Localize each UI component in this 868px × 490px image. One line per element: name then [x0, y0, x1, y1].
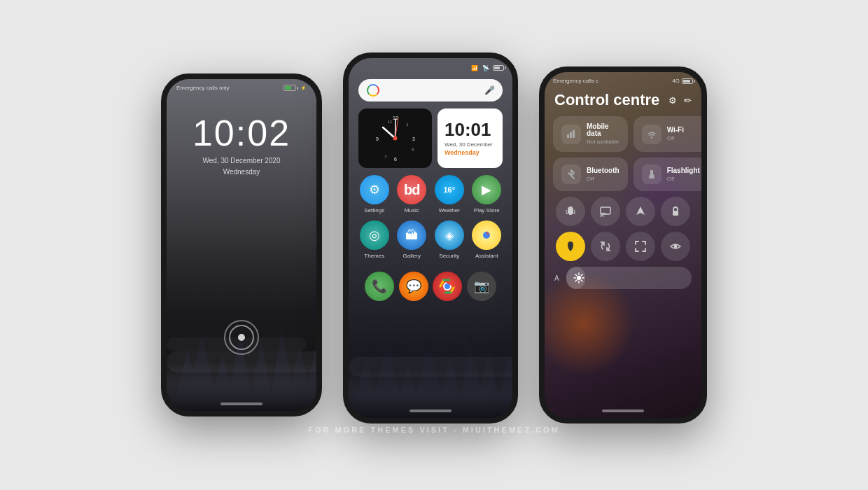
status-bar-control: Emergency calls c 4G — [545, 72, 701, 87]
gallery-icon: 🏔 — [397, 220, 426, 250]
fingerprint-area[interactable] — [224, 320, 259, 355]
svg-line-48 — [575, 274, 577, 276]
svg-point-41 — [569, 244, 572, 246]
dock-camera[interactable]: 📷 — [467, 272, 496, 301]
svg-text:5: 5 — [412, 148, 414, 152]
location-tile[interactable] — [556, 232, 585, 261]
music-icon: bd — [397, 175, 426, 204]
app-assistant[interactable]: Assistant — [471, 220, 503, 259]
weather-icon: 16° — [435, 175, 464, 204]
wifi-tile[interactable]: Wi-Fi Off — [634, 116, 701, 152]
wifi-sub: Off — [667, 135, 700, 141]
digital-date: Wed, 30 December — [444, 141, 493, 148]
svg-point-33 — [483, 232, 490, 239]
svg-point-32 — [393, 136, 398, 141]
svg-text:6: 6 — [394, 157, 397, 162]
svg-text:9: 9 — [376, 136, 379, 141]
brightness-a-small: A — [554, 274, 559, 282]
cast-tile[interactable] — [591, 197, 620, 226]
app-security[interactable]: ◈ Security — [433, 220, 465, 259]
app-grid-2: ◎ Themes 🏔 Gallery ◈ Security Assistant — [349, 220, 512, 259]
app-music[interactable]: bd Music — [396, 175, 428, 214]
svg-rect-20 — [349, 357, 512, 377]
wifi-tile-icon — [642, 125, 662, 144]
home-indicator-2 — [410, 410, 451, 412]
status-icons: ⚡ — [284, 85, 307, 91]
bluetooth-tile[interactable]: Bluetooth Off — [553, 158, 628, 191]
digital-clock-widget: 10:01 Wed, 30 December Wednesday — [438, 108, 503, 168]
themes-icon: ◎ — [360, 220, 389, 250]
controlcentre-phone: Emergency calls c 4G Control centre ⚙ ✏ — [539, 66, 707, 424]
digital-day: Wednesday — [444, 149, 479, 156]
svg-line-51 — [575, 280, 577, 281]
home-forest-bg — [349, 232, 512, 418]
control-title: Control centre — [554, 91, 659, 109]
widget-row: 12 3 6 9 1 5 7 11 — [358, 108, 503, 168]
dock: 📞 💬 📷 — [349, 266, 512, 307]
battery-control — [682, 78, 693, 84]
security-icon: ◈ — [435, 220, 464, 250]
settings-label: Settings — [364, 207, 384, 214]
svg-point-43 — [577, 276, 581, 280]
settings-small-icon[interactable]: ⚙ — [668, 95, 677, 106]
svg-line-50 — [581, 274, 582, 276]
home-indicator — [220, 402, 262, 405]
icon-row-2 — [545, 232, 701, 261]
eye-tile[interactable] — [661, 232, 690, 261]
forest-bg — [167, 222, 316, 411]
gallery-label: Gallery — [403, 253, 421, 259]
lock-time: 10:02 — [167, 115, 316, 151]
homescreen-phone: 📶 📡 🎤 12 3 6 9 1 — [343, 52, 518, 424]
watermark: FOR MORE THEMES VISIT - MIUITHEMEZ.COM — [308, 426, 560, 434]
rotation-tile[interactable] — [591, 232, 620, 261]
home-indicator-3 — [602, 410, 644, 412]
status-bar-home: 📶 📡 — [349, 58, 512, 75]
flashlight-text: Flashlight Off — [667, 167, 700, 182]
flashlight-tile[interactable]: Flashlight Off — [634, 158, 701, 191]
bluetooth-icon — [561, 164, 581, 184]
app-themes[interactable]: ◎ Themes — [358, 220, 391, 259]
fingerprint-ring — [224, 320, 259, 355]
lockscreen-phone: Emergency calls only ⚡ 10:02 Wed, 30 Dec… — [161, 74, 322, 416]
app-grid-1: ⚙ Settings bd Music 16° Weather ▶ Play S… — [349, 175, 512, 214]
status-right: 4G — [672, 78, 693, 84]
airplane-tile[interactable] — [626, 197, 655, 226]
wifi-name: Wi-Fi — [667, 127, 700, 134]
app-playstore[interactable]: ▶ Play Store — [471, 175, 503, 214]
playstore-icon: ▶ — [472, 175, 501, 204]
bell-tile[interactable] — [556, 197, 585, 226]
svg-line-29 — [383, 127, 396, 139]
google-logo — [367, 84, 379, 97]
lock-clock: 10:02 Wed, 30 December 2020 Wednesday — [167, 94, 316, 185]
fullscreen-tile[interactable] — [626, 232, 655, 261]
dock-chrome[interactable] — [433, 272, 462, 301]
mobile-data-name: Mobile data — [587, 123, 620, 137]
search-bar[interactable]: 🎤 — [358, 79, 503, 102]
svg-text:1: 1 — [406, 122, 409, 127]
bluetooth-sub: Off — [587, 176, 620, 182]
control-tiles: Mobile data Not available Wi-Fi Off — [553, 116, 693, 191]
dock-phone[interactable]: 📞 — [365, 272, 394, 301]
mobile-data-icon — [561, 125, 581, 144]
bolt-icon: ⚡ — [300, 85, 307, 91]
brightness-slider[interactable] — [566, 267, 692, 289]
flashlight-icon — [642, 164, 662, 184]
lock-tile[interactable] — [661, 197, 690, 226]
svg-text:7: 7 — [384, 155, 387, 159]
svg-text:3: 3 — [412, 136, 415, 141]
svg-point-42 — [674, 245, 678, 248]
mic-icon[interactable]: 🎤 — [484, 85, 494, 95]
mobile-data-tile[interactable]: Mobile data Not available — [553, 116, 628, 152]
control-header-icons: ⚙ ✏ — [668, 95, 692, 106]
app-settings[interactable]: ⚙ Settings — [358, 175, 391, 214]
app-weather[interactable]: 16° Weather — [433, 175, 465, 214]
themes-label: Themes — [364, 253, 384, 259]
status-bar: Emergency calls only ⚡ — [167, 79, 316, 94]
edit-icon[interactable]: ✏ — [684, 95, 692, 106]
icon-row-1 — [545, 197, 701, 226]
svg-rect-40 — [673, 211, 678, 216]
mobile-data-text: Mobile data Not available — [587, 123, 620, 145]
dock-messages[interactable]: 💬 — [399, 272, 428, 301]
digital-time: 10:01 — [444, 120, 491, 139]
app-gallery[interactable]: 🏔 Gallery — [396, 220, 428, 259]
